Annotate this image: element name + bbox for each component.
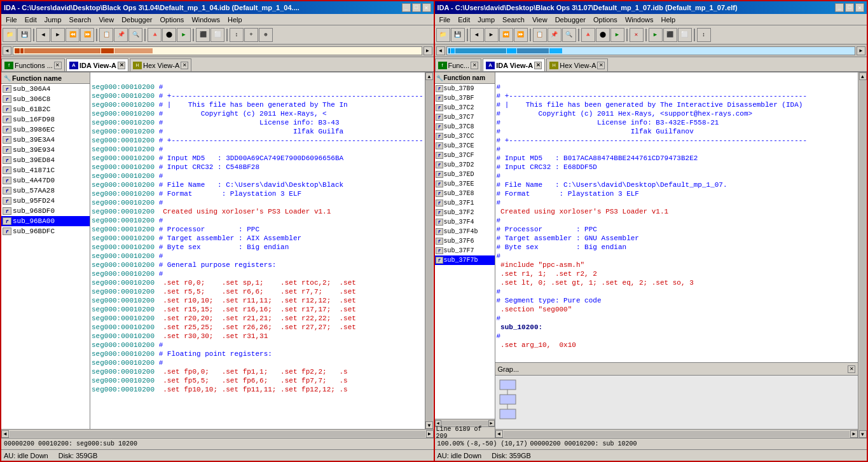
fn-item-0[interactable]: f sub_306A4: [1, 84, 90, 94]
toolbar-btn-13[interactable]: ↕: [230, 28, 244, 42]
toolbar-btn-10[interactable]: ▶: [177, 28, 191, 42]
menu-view-left[interactable]: View: [97, 16, 116, 24]
nav-scroll-left[interactable]: ◀: [3, 46, 11, 55]
fn-r-10[interactable]: f sub_37EE: [435, 179, 495, 189]
toolbar-btn-1[interactable]: 📁: [3, 28, 17, 42]
nav-scroll-right[interactable]: ▶: [424, 46, 432, 55]
tab-hex-view-left[interactable]: H Hex View-A ✕: [130, 58, 191, 71]
fn-item-4[interactable]: f sub_3986EC: [1, 125, 90, 135]
menu-edit-left[interactable]: Edit: [23, 16, 39, 24]
fn-r-12[interactable]: f sub_37F1: [435, 198, 495, 208]
fn-r-8[interactable]: f sub_37D2: [435, 160, 495, 170]
ida-view-close-right[interactable]: ✕: [534, 62, 542, 69]
menu-search-right[interactable]: Search: [500, 16, 527, 24]
toolbar-btn-copy[interactable]: 📋: [99, 28, 113, 42]
hex-view-close-right[interactable]: ✕: [597, 62, 605, 69]
maximize-btn-right[interactable]: □: [845, 3, 854, 12]
maximize-btn-left[interactable]: □: [412, 3, 421, 12]
tab-hex-view-right[interactable]: H Hex View-A ✕: [546, 58, 608, 71]
toolbar-r-btn-2[interactable]: 💾: [451, 28, 465, 42]
toolbar-btn-6[interactable]: ⏩: [80, 28, 94, 42]
fn-item-14[interactable]: f sub_96BDFC: [1, 226, 90, 236]
toolbar-btn-4[interactable]: ▶: [51, 28, 65, 42]
toolbar-r-btn-6[interactable]: ⏩: [514, 28, 528, 42]
toolbar-r-btn-9[interactable]: 🔍: [562, 28, 576, 42]
fn-r-3[interactable]: f sub_37C7: [435, 112, 495, 122]
toolbar-btn-9[interactable]: ⬤: [162, 28, 176, 42]
code-content-right[interactable]: # # +-----------------------------------…: [495, 72, 858, 362]
menu-debugger-right[interactable]: Debugger: [553, 16, 588, 24]
fn-item-6[interactable]: f sub_39E934: [1, 145, 90, 155]
fn-r-13[interactable]: f sub_37F2: [435, 208, 495, 217]
tab-ida-view-left[interactable]: A IDA View-A ✕: [66, 58, 128, 71]
code-content-left[interactable]: seg000:00010200 # seg000:00010200 # +---…: [90, 72, 425, 429]
toolbar-btn-8[interactable]: 🔺: [148, 28, 162, 42]
toolbar-r-btn-16[interactable]: ⬜: [678, 28, 692, 42]
fn-hscroll-right[interactable]: ◀ ▶: [435, 419, 495, 426]
toolbar-r-btn-11[interactable]: ⬤: [596, 28, 610, 42]
fn-item-7[interactable]: f sub_39ED84: [1, 155, 90, 165]
menu-jump-left[interactable]: Jump: [43, 16, 64, 24]
toolbar-r-btn-4[interactable]: ▶: [485, 28, 499, 42]
menu-view-right[interactable]: View: [530, 16, 549, 24]
fn-r-9[interactable]: f sub_37ED: [435, 170, 495, 179]
toolbar-btn-12[interactable]: ⬜: [210, 28, 224, 42]
fn-r-4[interactable]: f sub_37C8: [435, 122, 495, 132]
toolbar-r-btn-3[interactable]: ◀: [470, 28, 484, 42]
fn-r-11[interactable]: f sub_37E8: [435, 189, 495, 198]
fn-tab-close-right[interactable]: ✕: [471, 62, 478, 69]
fn-item-5[interactable]: f sub_39E3A4: [1, 135, 90, 145]
fn-item-8[interactable]: f sub_41871C: [1, 165, 90, 175]
tab-functions-right[interactable]: f Func... ✕: [435, 58, 482, 71]
menu-file-left[interactable]: File: [4, 16, 19, 24]
toolbar-r-btn-17[interactable]: ↕: [697, 28, 711, 42]
close-btn-right[interactable]: ✕: [855, 3, 864, 12]
toolbar-r-btn-5[interactable]: ⏪: [499, 28, 513, 42]
minimize-btn-left[interactable]: _: [402, 3, 411, 12]
fn-r-16[interactable]: f sub_37F6: [435, 236, 495, 246]
menu-help-right[interactable]: Help: [659, 16, 678, 24]
scrollbar-v-left[interactable]: ▲ ▼: [425, 72, 434, 429]
fn-r-2[interactable]: f sub_37C2: [435, 103, 495, 112]
fn-item-9[interactable]: f sub_4A47D0: [1, 175, 90, 186]
ida-view-tab-close-left[interactable]: ✕: [118, 62, 125, 69]
fn-r-18[interactable]: f sub_37F7b: [435, 255, 495, 265]
scrollbar-h-left[interactable]: ◀ ▶: [1, 429, 434, 438]
menu-jump-right[interactable]: Jump: [476, 16, 497, 24]
toolbar-r-btn-10[interactable]: 🔺: [581, 28, 595, 42]
toolbar-r-btn-12[interactable]: ▶: [610, 28, 624, 42]
fn-item-11[interactable]: f sub_95FD24: [1, 196, 90, 206]
fn-r-14[interactable]: f sub_37F4: [435, 217, 495, 227]
toolbar-r-btn-7[interactable]: 📋: [533, 28, 547, 42]
menu-windows-left[interactable]: Windows: [189, 16, 222, 24]
fn-item-12[interactable]: f sub_968DF0: [1, 206, 90, 216]
menu-search-left[interactable]: Search: [67, 16, 93, 24]
fn-item-2[interactable]: f sub_61B2C: [1, 104, 90, 114]
fn-r-7[interactable]: f sub_37CF: [435, 151, 495, 160]
fn-r-15[interactable]: f sub_37F4b: [435, 227, 495, 236]
fn-r-5[interactable]: f sub_37CC: [435, 132, 495, 141]
hex-view-tab-close-left[interactable]: ✕: [181, 62, 188, 69]
menu-options-left[interactable]: Options: [158, 16, 186, 24]
fn-r-17[interactable]: f sub_37F7: [435, 246, 495, 255]
scrollbar-h-right[interactable]: ◀ ▶: [495, 429, 858, 438]
fn-item-1[interactable]: f sub_306C8: [1, 94, 90, 104]
menu-edit-right[interactable]: Edit: [456, 16, 472, 24]
functions-tab-close-left[interactable]: ✕: [54, 62, 62, 69]
menu-help-left[interactable]: Help: [226, 16, 244, 24]
toolbar-btn-14[interactable]: +: [244, 28, 258, 42]
toolbar-r-btn-14[interactable]: ▶: [649, 28, 663, 42]
nav-scroll-right-right[interactable]: ▶: [857, 46, 865, 55]
toolbar-btn-11[interactable]: ⬛: [196, 28, 210, 42]
menu-debugger-left[interactable]: Debugger: [120, 16, 154, 24]
minimize-btn-right[interactable]: _: [835, 3, 844, 12]
toolbar-btn-paste[interactable]: 📌: [114, 28, 128, 42]
toolbar-btn-5[interactable]: ⏪: [65, 28, 79, 42]
tab-functions-left[interactable]: f Functions ... ✕: [1, 58, 65, 71]
toolbar-r-btn-1[interactable]: 📁: [436, 28, 450, 42]
menu-file-right[interactable]: File: [437, 16, 453, 24]
menu-options-right[interactable]: Options: [591, 16, 619, 24]
menu-windows-right[interactable]: Windows: [623, 16, 656, 24]
graph-content[interactable]: [495, 376, 858, 429]
fn-r-6[interactable]: f sub_37CE: [435, 141, 495, 151]
